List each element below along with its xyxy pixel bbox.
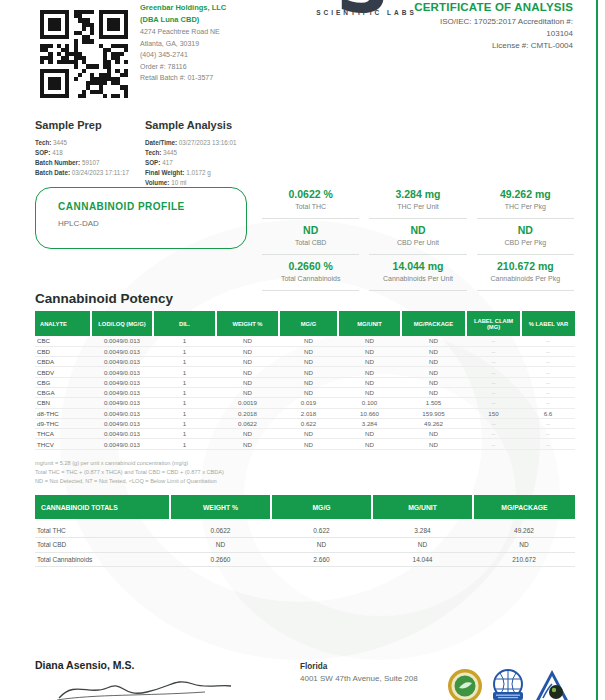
green-seal-icon (447, 668, 483, 700)
summary-cell: 0.2660 % Total Cannabinoids (262, 255, 359, 291)
field-value: 417 (162, 159, 173, 166)
lod-loq-cell: 0.0049/0.013 (91, 357, 153, 367)
label-claim-cell: -- (466, 346, 521, 356)
company-address-line: Atlanta, GA, 30319 (140, 38, 240, 50)
column-header: % LABEL VAR (521, 311, 575, 336)
field-row: Batch Number: 59107 (35, 158, 129, 168)
weight-percent-cell: 0.2660 (170, 552, 271, 567)
mg-g-cell: ND (279, 336, 338, 346)
lab-location: Florida 4001 SW 47th Avenue, Suite 208 (300, 661, 418, 684)
table-row: THCA 0.0049/0.013 1 ND ND ND ND -- -- (35, 429, 575, 439)
column-header: LABEL CLAIM (mg) (466, 311, 521, 336)
field-value: 1.0172 g (186, 169, 211, 176)
header-row: ANALYTELOD/LOQ (mg/g)DIL.WEIGHT %MG/GMG/… (35, 311, 575, 336)
summary-cell: 14.044 mg Cannabinoids Per Unit (369, 255, 466, 291)
company-address-line: Order #: 78116 (140, 61, 240, 73)
company-address-line: (404) 345-2741 (140, 49, 240, 61)
column-header: MG/UNIT (372, 495, 473, 519)
certificate-header: CERTIFICATE OF ANALYSIS ISO/IEC: 17025:2… (414, 1, 573, 52)
lod-loq-cell: 0.0049/0.013 (91, 346, 153, 356)
lod-loq-cell: 0.0049/0.013 (91, 367, 153, 377)
potency-table-body: CBC 0.0049/0.013 1 ND ND ND ND -- -- CBD… (35, 336, 575, 449)
cannabinoid-totals-table: CANNABINOID TOTALSWEIGHT %MG/GMG/UNITMG/… (35, 495, 575, 567)
mg-unit-cell: ND (338, 346, 401, 356)
field-label: Date/Time: (145, 139, 177, 146)
analyte-cell: CBDV (35, 367, 91, 377)
field-value: 3445 (53, 139, 67, 146)
field-label: Tech: (35, 139, 51, 146)
label-var-cell: -- (521, 377, 575, 387)
mg-unit-cell: ND (338, 357, 401, 367)
summary-label: CBD Per Unit (369, 239, 466, 246)
mg-package-cell: ND (401, 439, 466, 449)
mg-package-cell: 1.505 (401, 398, 466, 408)
certificate-accreditation-line: ISO/IEC: 17025:2017 Accreditation #: (414, 16, 573, 28)
company-address-line: Retail Batch #: 01-3577 (140, 72, 240, 84)
mg-package-cell: ND (401, 387, 466, 397)
weight-percent-cell: ND (216, 377, 279, 387)
field-value: 59107 (82, 159, 100, 166)
summary-value: 0.2660 % (262, 260, 359, 272)
weight-percent-cell: 0.2018 (216, 408, 279, 418)
mg-unit-cell: ND (338, 429, 401, 439)
field-row: SOP: 418 (35, 148, 129, 158)
table-row: CBDA 0.0049/0.013 1 ND ND ND ND -- -- (35, 357, 575, 367)
mg-package-cell: ND (401, 346, 466, 356)
mg-g-cell: ND (279, 387, 338, 397)
table-row: Total CBD ND ND ND ND (35, 538, 575, 553)
table-row: CBDV 0.0049/0.013 1 ND ND ND ND -- -- (35, 367, 575, 377)
mg-package-cell: 210.672 (473, 552, 575, 567)
certificate-of-analysis-page: Greenbar Holdings, LLC (DBA Luna CBD) 42… (0, 0, 605, 700)
field-row: Tech: 3445 (35, 138, 129, 148)
column-header: DIL. (153, 311, 216, 336)
summary-cell: 0.0622 % Total THC (262, 183, 359, 219)
dilution-cell: 1 (153, 377, 216, 387)
mg-package-cell: 49.262 (473, 523, 575, 538)
summary-value: 49.262 mg (477, 188, 574, 200)
summary-label: THC Per Pkg (477, 203, 574, 210)
label-claim-cell: -- (466, 429, 521, 439)
mg-g-cell: 0.019 (279, 398, 338, 408)
label-var-cell: -- (521, 398, 575, 408)
mg-unit-cell: ND (338, 387, 401, 397)
mg-unit-cell: ND (338, 377, 401, 387)
field-label: Tech: (145, 149, 161, 156)
lod-loq-cell: 0.0049/0.013 (91, 418, 153, 428)
summary-value: 0.0622 % (262, 188, 359, 200)
dilution-cell: 1 (153, 346, 216, 356)
column-header: WEIGHT % (216, 311, 279, 336)
table-row: d8-THC 0.0049/0.013 1 0.2018 2.018 10.66… (35, 408, 575, 418)
label-claim-cell: -- (466, 439, 521, 449)
weight-percent-cell: ND (216, 387, 279, 397)
field-label: SOP: (145, 159, 160, 166)
dilution-cell: 1 (153, 357, 216, 367)
table-row: Total Cannabinoids 0.2660 2.660 14.044 2… (35, 552, 575, 567)
column-header: WEIGHT % (170, 495, 271, 519)
summary-cell: ND Total CBD (262, 219, 359, 255)
field-row: Date/Time: 03/27/2023 13:16:01 (145, 138, 237, 148)
mg-package-cell: 159.905 (401, 408, 466, 418)
mg-package-cell: ND (401, 377, 466, 387)
summary-label: Total Cannabinoids (262, 275, 359, 282)
certificate-accreditation: ISO/IEC: 17025:2017 Accreditation #:1031… (414, 16, 573, 52)
company-address-line: 4274 Peachtree Road NE (140, 26, 240, 38)
total-label-cell: Total THC (35, 523, 170, 538)
weight-percent-cell: ND (170, 538, 271, 553)
summary-label: Cannabinoids Per Unit (369, 275, 466, 282)
analyte-cell: CBDA (35, 357, 91, 367)
label-var-cell: 6.6 (521, 408, 575, 418)
dilution-cell: 1 (153, 387, 216, 397)
footnote-line: mg/unit = 5.28 (g) per unit x cannabinoi… (35, 459, 224, 468)
weight-percent-cell: ND (216, 367, 279, 377)
dilution-cell: 1 (153, 429, 216, 439)
certificate-accreditation-line: 103104 (414, 28, 573, 40)
weight-percent-cell: ND (216, 336, 279, 346)
company-address: 4274 Peachtree Road NEAtlanta, GA, 30319… (140, 26, 240, 84)
header-row: CANNABINOID TOTALSWEIGHT %MG/GMG/UNITMG/… (35, 495, 575, 519)
field-label: Final Weight: (145, 169, 184, 176)
summary-cell: ND CBD Per Unit (369, 219, 466, 255)
sample-analysis-fields: Date/Time: 03/27/2023 13:16:01Tech: 3445… (145, 138, 237, 188)
label-claim-cell: -- (466, 418, 521, 428)
lab-location-address: 4001 SW 47th Avenue, Suite 208 (300, 674, 418, 683)
field-row: SOP: 417 (145, 158, 237, 168)
